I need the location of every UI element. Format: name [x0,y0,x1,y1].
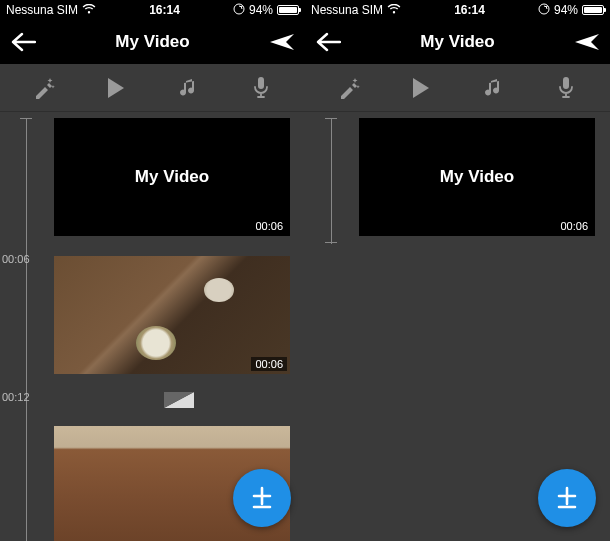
status-bar: Nessuna SIM 16:14 94% [305,0,610,20]
wifi-icon [82,3,96,17]
carrier-label: Nessuna SIM [6,3,78,17]
app-header: My Video [305,20,610,64]
header-title: My Video [115,32,189,52]
timeline-tick [325,242,337,243]
rotation-lock-icon [233,3,245,18]
rotation-lock-icon [538,3,550,18]
title-clip-text: My Video [135,167,209,187]
add-media-button[interactable] [538,469,596,527]
title-clip[interactable]: My Video 00:06 [54,118,290,236]
wifi-icon [387,3,401,17]
voiceover-button[interactable] [544,68,588,108]
status-bar: Nessuna SIM 16:14 94% [0,0,305,20]
timeline-tick [20,118,32,119]
video-clip-1[interactable]: 00:06 [54,256,290,374]
send-button[interactable] [574,32,600,52]
duration-badge: 00:06 [556,219,592,233]
timeline[interactable]: My Video 00:06 [305,112,610,541]
header-title: My Video [420,32,494,52]
effects-button[interactable] [327,68,371,108]
clock: 16:14 [401,3,538,17]
play-button[interactable] [399,68,443,108]
toolbar [0,64,305,112]
timeline-label: 00:06 [2,253,30,265]
timeline-rail [331,118,332,244]
battery-pct: 94% [554,3,578,17]
battery-pct: 94% [249,3,273,17]
left-screen: Nessuna SIM 16:14 94% My Video [0,0,305,541]
effects-button[interactable] [22,68,66,108]
battery-icon [277,5,299,15]
back-button[interactable] [10,32,36,52]
back-button[interactable] [315,32,341,52]
toolbar [305,64,610,112]
duration-badge: 00:06 [251,219,287,233]
right-screen: Nessuna SIM 16:14 94% My Video [305,0,610,541]
send-button[interactable] [269,32,295,52]
title-clip-text: My Video [440,167,514,187]
clock: 16:14 [96,3,233,17]
title-clip[interactable]: My Video 00:06 [359,118,595,236]
add-media-button[interactable] [233,469,291,527]
timeline-label: 00:12 [2,391,30,403]
battery-icon [582,5,604,15]
timeline-rail [26,118,27,541]
app-header: My Video [0,20,305,64]
play-button[interactable] [94,68,138,108]
music-button[interactable] [167,68,211,108]
timeline-tick [325,118,337,119]
duration-badge: 00:06 [251,357,287,371]
svg-rect-3 [563,77,569,89]
timeline[interactable]: My Video 00:06 00:06 00:06 00:12 [0,112,305,541]
voiceover-button[interactable] [239,68,283,108]
carrier-label: Nessuna SIM [311,3,383,17]
svg-rect-1 [258,77,264,89]
transition-icon[interactable] [164,392,194,408]
music-button[interactable] [472,68,516,108]
